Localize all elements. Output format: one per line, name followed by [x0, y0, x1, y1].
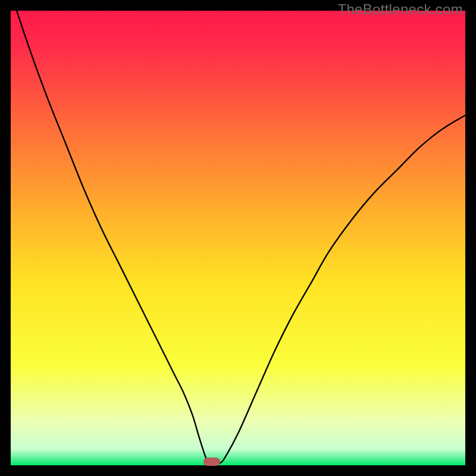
optimal-point-marker	[203, 458, 220, 466]
gradient-background	[11, 11, 465, 465]
bottleneck-chart	[11, 11, 465, 465]
chart-frame	[11, 11, 465, 465]
watermark-label: TheBottleneck.com	[337, 1, 463, 18]
